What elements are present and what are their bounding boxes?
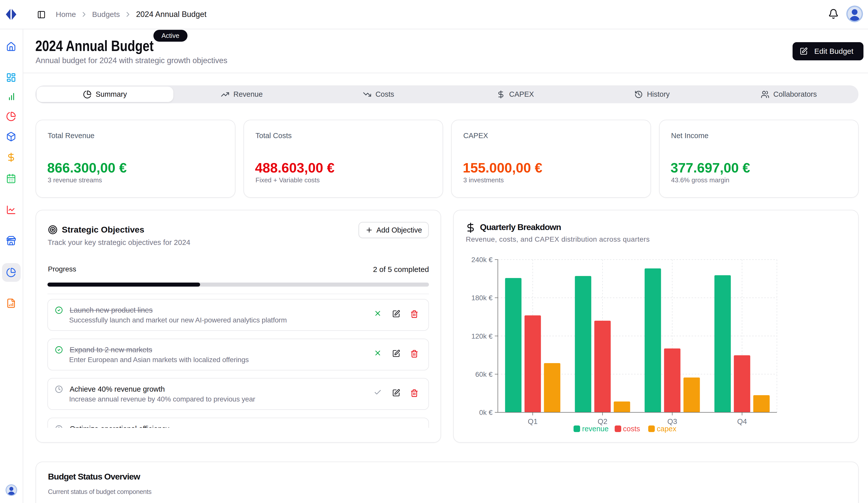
svg-text:capex: capex <box>657 425 676 433</box>
svg-text:0k €: 0k € <box>479 409 493 416</box>
svg-text:240k €: 240k € <box>471 256 493 264</box>
svg-text:Q2: Q2 <box>598 418 607 425</box>
svg-text:60k €: 60k € <box>475 370 493 378</box>
svg-text:Q4: Q4 <box>737 418 747 425</box>
svg-text:180k €: 180k € <box>471 294 493 302</box>
svg-text:Q1: Q1 <box>528 418 538 425</box>
svg-text:120k €: 120k € <box>471 332 493 340</box>
svg-text:Q3: Q3 <box>668 418 677 425</box>
svg-text:costs: costs <box>623 425 640 433</box>
svg-text:revenue: revenue <box>582 425 609 433</box>
